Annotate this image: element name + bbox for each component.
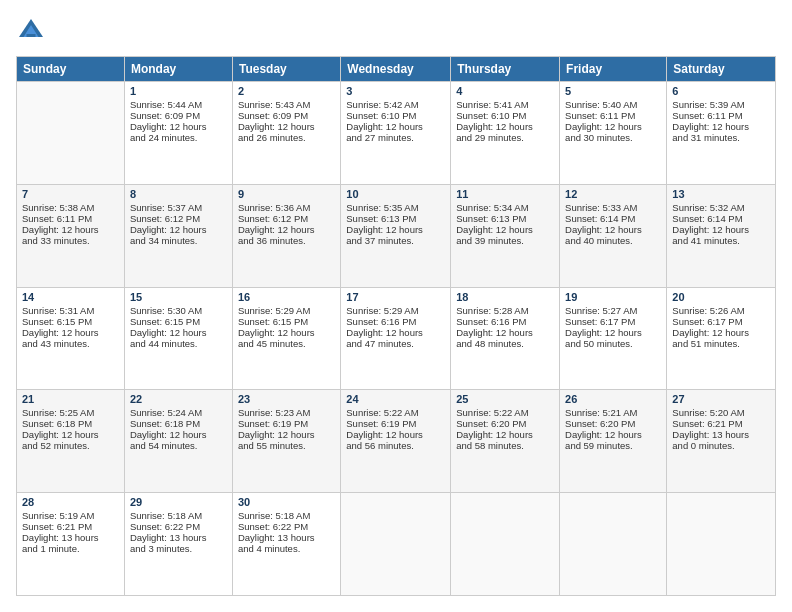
day-info: Sunrise: 5:31 AM — [22, 305, 119, 316]
day-info: and 56 minutes. — [346, 440, 445, 451]
day-info: and 54 minutes. — [130, 440, 227, 451]
day-info: Daylight: 12 hours — [565, 429, 661, 440]
calendar-cell: 2Sunrise: 5:43 AMSunset: 6:09 PMDaylight… — [232, 82, 340, 185]
day-number: 9 — [238, 188, 335, 200]
col-header-wednesday: Wednesday — [341, 57, 451, 82]
day-info: Sunset: 6:18 PM — [22, 418, 119, 429]
day-info: Daylight: 12 hours — [346, 121, 445, 132]
day-number: 30 — [238, 496, 335, 508]
day-info: Sunset: 6:22 PM — [130, 521, 227, 532]
header — [16, 16, 776, 46]
day-info: Sunset: 6:11 PM — [22, 213, 119, 224]
calendar-cell: 18Sunrise: 5:28 AMSunset: 6:16 PMDayligh… — [451, 287, 560, 390]
day-info: and 43 minutes. — [22, 338, 119, 349]
day-info: Sunrise: 5:22 AM — [346, 407, 445, 418]
col-header-monday: Monday — [124, 57, 232, 82]
day-info: Daylight: 12 hours — [672, 224, 770, 235]
day-info: and 59 minutes. — [565, 440, 661, 451]
day-info: Sunset: 6:10 PM — [456, 110, 554, 121]
day-number: 25 — [456, 393, 554, 405]
day-info: and 0 minutes. — [672, 440, 770, 451]
day-info: Sunset: 6:09 PM — [238, 110, 335, 121]
day-number: 3 — [346, 85, 445, 97]
day-number: 24 — [346, 393, 445, 405]
day-info: Sunrise: 5:19 AM — [22, 510, 119, 521]
day-number: 1 — [130, 85, 227, 97]
calendar-cell: 7Sunrise: 5:38 AMSunset: 6:11 PMDaylight… — [17, 184, 125, 287]
col-header-saturday: Saturday — [667, 57, 776, 82]
day-info: Daylight: 12 hours — [456, 327, 554, 338]
day-number: 27 — [672, 393, 770, 405]
calendar-cell: 16Sunrise: 5:29 AMSunset: 6:15 PMDayligh… — [232, 287, 340, 390]
day-number: 29 — [130, 496, 227, 508]
day-info: Daylight: 12 hours — [22, 327, 119, 338]
day-info: Sunrise: 5:23 AM — [238, 407, 335, 418]
day-info: Sunrise: 5:25 AM — [22, 407, 119, 418]
day-info: Sunset: 6:21 PM — [22, 521, 119, 532]
day-info: Sunrise: 5:29 AM — [346, 305, 445, 316]
col-header-tuesday: Tuesday — [232, 57, 340, 82]
calendar-cell — [667, 493, 776, 596]
day-info: and 45 minutes. — [238, 338, 335, 349]
calendar-cell: 28Sunrise: 5:19 AMSunset: 6:21 PMDayligh… — [17, 493, 125, 596]
day-info: and 34 minutes. — [130, 235, 227, 246]
week-row-2: 7Sunrise: 5:38 AMSunset: 6:11 PMDaylight… — [17, 184, 776, 287]
calendar-cell: 26Sunrise: 5:21 AMSunset: 6:20 PMDayligh… — [560, 390, 667, 493]
day-info: and 47 minutes. — [346, 338, 445, 349]
calendar-cell: 13Sunrise: 5:32 AMSunset: 6:14 PMDayligh… — [667, 184, 776, 287]
day-info: Daylight: 12 hours — [238, 327, 335, 338]
calendar-cell: 3Sunrise: 5:42 AMSunset: 6:10 PMDaylight… — [341, 82, 451, 185]
day-number: 15 — [130, 291, 227, 303]
day-info: Sunset: 6:15 PM — [238, 316, 335, 327]
day-info: Sunset: 6:10 PM — [346, 110, 445, 121]
day-info: Sunset: 6:20 PM — [456, 418, 554, 429]
day-number: 11 — [456, 188, 554, 200]
day-info: Sunset: 6:09 PM — [130, 110, 227, 121]
calendar-cell: 20Sunrise: 5:26 AMSunset: 6:17 PMDayligh… — [667, 287, 776, 390]
day-info: Daylight: 12 hours — [130, 224, 227, 235]
day-info: and 41 minutes. — [672, 235, 770, 246]
day-info: Daylight: 12 hours — [672, 327, 770, 338]
day-number: 23 — [238, 393, 335, 405]
day-info: Sunrise: 5:28 AM — [456, 305, 554, 316]
day-info: Daylight: 12 hours — [456, 224, 554, 235]
page: SundayMondayTuesdayWednesdayThursdayFrid… — [0, 0, 792, 612]
day-number: 20 — [672, 291, 770, 303]
day-info: Daylight: 12 hours — [238, 429, 335, 440]
day-info: Sunrise: 5:27 AM — [565, 305, 661, 316]
day-info: Sunrise: 5:34 AM — [456, 202, 554, 213]
calendar-cell: 9Sunrise: 5:36 AMSunset: 6:12 PMDaylight… — [232, 184, 340, 287]
day-info: Sunset: 6:14 PM — [565, 213, 661, 224]
calendar-cell: 17Sunrise: 5:29 AMSunset: 6:16 PMDayligh… — [341, 287, 451, 390]
day-info: and 52 minutes. — [22, 440, 119, 451]
day-info: Sunrise: 5:21 AM — [565, 407, 661, 418]
day-number: 6 — [672, 85, 770, 97]
day-info: Sunset: 6:16 PM — [456, 316, 554, 327]
calendar-cell — [341, 493, 451, 596]
day-number: 2 — [238, 85, 335, 97]
day-info: Sunrise: 5:40 AM — [565, 99, 661, 110]
day-info: Sunset: 6:20 PM — [565, 418, 661, 429]
day-info: Sunrise: 5:37 AM — [130, 202, 227, 213]
day-number: 28 — [22, 496, 119, 508]
day-info: and 30 minutes. — [565, 132, 661, 143]
day-number: 13 — [672, 188, 770, 200]
day-number: 26 — [565, 393, 661, 405]
calendar-cell: 11Sunrise: 5:34 AMSunset: 6:13 PMDayligh… — [451, 184, 560, 287]
day-info: Daylight: 12 hours — [22, 429, 119, 440]
calendar-cell — [560, 493, 667, 596]
calendar-cell: 29Sunrise: 5:18 AMSunset: 6:22 PMDayligh… — [124, 493, 232, 596]
day-info: Daylight: 13 hours — [238, 532, 335, 543]
day-info: Sunrise: 5:30 AM — [130, 305, 227, 316]
calendar-cell: 4Sunrise: 5:41 AMSunset: 6:10 PMDaylight… — [451, 82, 560, 185]
calendar-cell: 19Sunrise: 5:27 AMSunset: 6:17 PMDayligh… — [560, 287, 667, 390]
day-info: Sunrise: 5:32 AM — [672, 202, 770, 213]
calendar-cell: 15Sunrise: 5:30 AMSunset: 6:15 PMDayligh… — [124, 287, 232, 390]
day-info: Sunrise: 5:22 AM — [456, 407, 554, 418]
day-info: Daylight: 12 hours — [130, 121, 227, 132]
week-row-1: 1Sunrise: 5:44 AMSunset: 6:09 PMDaylight… — [17, 82, 776, 185]
day-info: and 39 minutes. — [456, 235, 554, 246]
day-info: Daylight: 13 hours — [130, 532, 227, 543]
day-info: and 50 minutes. — [565, 338, 661, 349]
calendar-cell: 12Sunrise: 5:33 AMSunset: 6:14 PMDayligh… — [560, 184, 667, 287]
